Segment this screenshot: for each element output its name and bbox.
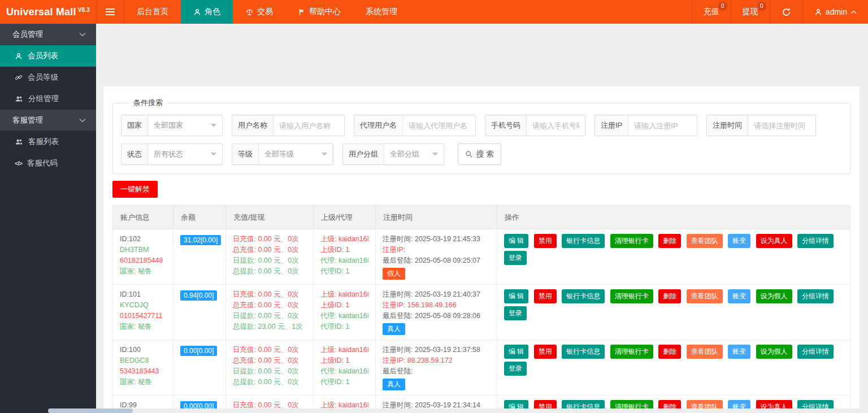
action-toggle-real-fake-button[interactable]: 设为假人 [756,289,792,303]
horizontal-scrollbar[interactable] [0,408,868,413]
action-balance-change-button[interactable]: 账变 [728,345,750,359]
sidebar-group-member-management[interactable]: 会员管理 [0,24,96,45]
scrollbar-thumb[interactable] [48,408,133,413]
finance-cell: 日充值: 0.00 元、0次 总充值: 0.00 元、0次 日提款: 0.00 … [226,285,314,340]
action-group-detail-button[interactable]: 分组详情 [797,234,834,248]
nav-item-system[interactable]: 系统管理 [353,0,410,24]
col-finance: 充值/提现 [226,206,314,229]
action-disable-button[interactable]: 禁用 [534,345,557,359]
register-ip-input[interactable] [628,115,697,136]
daily-withdraw: 日提款: 0.00 元、0次 [233,311,306,321]
action-bankcard-info-button[interactable]: 银行卡信息 [562,289,605,303]
select-caret-icon [432,153,438,156]
recharge-button[interactable]: 充值 0 [692,0,731,24]
last-login: 最后登陆: [383,366,490,377]
user-menu[interactable]: admin [802,0,868,24]
action-login-button[interactable]: 登录 [504,251,527,265]
agent-cell: 上级: kaidan168 上级ID: 1 代理: kaidan168 代理ID… [314,285,376,340]
search-panel: 条件搜索 国家 全部国家 用户名称 代理用户名 手机号码 [112,98,850,174]
nav-item-trade[interactable]: 交易 [233,0,285,24]
parent-id: 上级ID: 1 [320,245,368,255]
country-select[interactable]: 国家 全部国家 [121,115,223,136]
withdraw-button[interactable]: 提现 0 [731,0,770,24]
phone-input[interactable] [527,115,585,136]
action-edit-button[interactable]: 编 辑 [504,289,528,303]
brand-name: Universal Mall [6,6,76,18]
nav-item-dashboard[interactable]: 后台首页 [124,0,181,24]
action-clear-bankcard-button[interactable]: 清理银行卡 [610,234,653,248]
register-time-input[interactable] [748,115,815,136]
member-country: 国家: 秘鲁 [120,377,166,388]
parent-name: 上级: kaidan168 [320,289,368,300]
action-bankcard-info-button[interactable]: 银行卡信息 [562,234,605,248]
sidebar-item-member-level[interactable]: 会员等级 [0,67,96,88]
brand-version: V8.3 [78,7,90,13]
recharge-badge: 0 [718,2,727,11]
action-view-team-button[interactable]: 查看团队 [687,289,723,303]
register-cell: 注册时间: 2025-03-19 21:37:58 注册IP: 88.238.5… [376,340,497,395]
brand-logo: Universal MallV8.3 [0,0,96,24]
members-table: 账户信息 余额 充值/提现 上级/代理 注册时间 操作 ID:102 DH3TB… [112,205,850,413]
action-disable-button[interactable]: 禁用 [534,289,557,303]
action-bankcard-info-button[interactable]: 银行卡信息 [562,345,605,359]
withdraw-badge: 0 [757,2,766,11]
action-toggle-real-fake-button[interactable]: 设为假人 [756,345,792,359]
phone-field: 手机号码 [485,115,585,136]
action-balance-change-button[interactable]: 账变 [728,289,750,303]
action-delete-button[interactable]: 删除 [658,234,681,248]
table-row: ID:102 DH3TBM 60182185448 国家: 秘鲁 31.02[0… [113,229,850,285]
action-group-detail-button[interactable]: 分组详情 [797,289,834,303]
action-toggle-real-fake-button[interactable]: 设为真人 [756,234,792,248]
flag-icon [298,8,306,16]
action-view-team-button[interactable]: 查看团队 [687,234,723,248]
action-login-button[interactable]: 登录 [504,362,527,376]
action-login-button[interactable]: 登录 [504,306,527,320]
action-delete-button[interactable]: 删除 [658,289,681,303]
hamburger-menu-icon[interactable] [96,0,124,24]
username-input[interactable] [274,115,344,136]
balance-badge: 31.02[0.00] [180,235,221,245]
sidebar-item-cs-code[interactable]: </> 客服代码 [0,153,96,174]
member-type-tag: 真人 [383,323,405,335]
agent-id: 代理ID: 1 [320,266,368,277]
refresh-button[interactable] [770,0,802,24]
username-label: admin [826,7,847,16]
balance-badge: 0.00[0.00] [180,346,217,356]
action-disable-button[interactable]: 禁用 [534,234,557,248]
total-withdraw: 总提款: 23.00 元、1次 [233,321,306,332]
sidebar-group-customer-service[interactable]: 客服管理 [0,110,96,131]
users-icon [15,138,23,146]
table-header-row: 账户信息 余额 充值/提现 上级/代理 注册时间 操作 [113,206,850,229]
code-icon: </> [15,160,22,167]
action-balance-change-button[interactable]: 账变 [728,234,750,248]
nav-item-help-center[interactable]: 帮助中心 [285,0,353,24]
total-withdraw: 总提款: 0.00 元、0次 [233,266,306,277]
action-edit-button[interactable]: 编 辑 [504,234,528,248]
sidebar-item-member-list[interactable]: 会员列表 [0,45,96,67]
sidebar-item-group-management[interactable]: 分组管理 [0,88,96,110]
agent-id: 代理ID: 1 [320,377,368,388]
account-cell: ID:101 KYCDJQ 01015427711 国家: 秘鲁 [113,285,173,340]
action-clear-bankcard-button[interactable]: 清理银行卡 [610,345,653,359]
search-button[interactable]: 搜 索 [458,144,501,165]
chevron-up-icon [850,10,857,14]
sidebar-item-cs-list[interactable]: 客服列表 [0,131,96,153]
parent-name: 上级: kaidan168 [320,234,368,245]
unban-all-button[interactable]: 一键解禁 [112,181,158,198]
action-group-detail-button[interactable]: 分组详情 [797,345,834,359]
user-group-select[interactable]: 用户分组 全部分组 [342,144,444,165]
action-clear-bankcard-button[interactable]: 清理银行卡 [610,289,653,303]
nav-item-roles[interactable]: 角色 [181,0,233,24]
actions-cell: 编 辑 禁用 银行卡信息 清理银行卡 删除 查看团队 账变 设为假人 分组详情 … [497,340,850,395]
parent-id: 上级ID: 1 [320,300,368,311]
level-select[interactable]: 等级 全部等级 [232,144,333,165]
search-legend: 条件搜索 [129,98,167,108]
status-select[interactable]: 状态 所有状态 [121,144,223,165]
action-edit-button[interactable]: 编 辑 [504,345,528,359]
agent-name: 代理: kaidan168 [320,255,368,266]
finance-cell: 日充值: 0.00 元、0次 总充值: 0.00 元、0次 日提款: 0.00 … [226,229,314,285]
agent-username-input[interactable] [403,115,475,136]
action-delete-button[interactable]: 删除 [658,345,681,359]
search-row-1: 国家 全部国家 用户名称 代理用户名 手机号码 注册IP [121,115,842,136]
action-view-team-button[interactable]: 查看团队 [687,345,723,359]
